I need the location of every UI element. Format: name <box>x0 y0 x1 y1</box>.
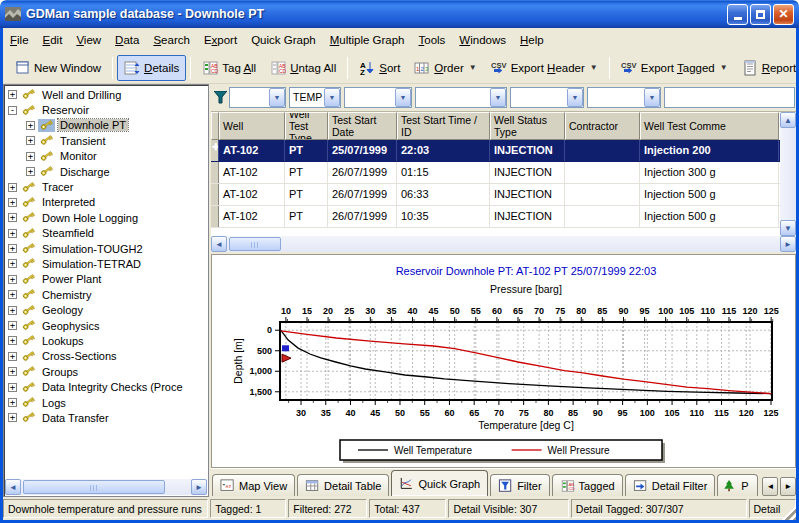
menu-item-view[interactable]: View <box>69 31 108 49</box>
filter-combo-2[interactable]: ▼ <box>344 87 412 108</box>
filter-combo-3[interactable]: ▼ <box>415 87 507 108</box>
expand-icon[interactable]: + <box>8 383 17 392</box>
tree-item-steamfield[interactable]: +Steamfield <box>4 226 208 241</box>
combo-dropdown-icon[interactable]: ▼ <box>269 88 285 107</box>
combo-dropdown-icon[interactable]: ▼ <box>395 88 411 107</box>
menu-item-search[interactable]: Search <box>146 31 196 49</box>
tree-item-simulation-tough2[interactable]: +Simulation-TOUGH2 <box>4 241 208 256</box>
scroll-left-icon[interactable]: ◄ <box>5 479 21 495</box>
tree-item-monitor[interactable]: +Monitor <box>4 149 208 164</box>
tab-tagged[interactable]: ABCDTagged <box>552 474 623 496</box>
column-header-well-test-type[interactable]: Well Test Type <box>285 112 328 140</box>
menu-item-windows[interactable]: Windows <box>452 31 513 49</box>
dropdown-arrow-icon[interactable]: ▼ <box>469 63 477 72</box>
close-button[interactable]: ✕ <box>773 4 794 25</box>
column-header-test-start-date[interactable]: Test Start Date <box>328 112 397 140</box>
grid-horizontal-scrollbar[interactable]: ◄ ► <box>211 236 796 252</box>
tree-horizontal-scrollbar[interactable]: ◄ ► <box>5 479 207 495</box>
filter-text-field[interactable] <box>664 87 795 108</box>
menu-item-multiple-graph[interactable]: Multiple Graph <box>323 31 412 49</box>
menu-item-quick-graph[interactable]: Quick Graph <box>244 31 323 49</box>
tree-item-chemistry[interactable]: +Chemistry <box>4 287 208 302</box>
menu-item-file[interactable]: File <box>3 31 36 49</box>
menu-item-edit[interactable]: Edit <box>36 31 70 49</box>
expand-icon[interactable]: + <box>8 352 17 361</box>
scroll-left-icon[interactable]: ◄ <box>211 236 227 252</box>
tree-item-groups[interactable]: +Groups <box>4 364 208 379</box>
menu-item-tools[interactable]: Tools <box>412 31 453 49</box>
tree-item-transient[interactable]: +Transient <box>4 133 208 148</box>
tree-item-reservoir[interactable]: -Reservoir <box>4 102 208 117</box>
tab-map-view[interactable]: ⁺ᴀᴛMap View <box>212 474 295 496</box>
filter-combo-4[interactable]: ▼ <box>510 87 584 108</box>
column-header-well-status-type[interactable]: Well Status Type <box>490 112 565 140</box>
dropdown-arrow-icon[interactable]: ▼ <box>720 63 728 72</box>
menu-item-data[interactable]: Data <box>108 31 146 49</box>
expand-icon[interactable]: + <box>8 183 17 192</box>
tree-item-data-integrity-checks-proce[interactable]: +Data Integrity Checks (Proce <box>4 379 208 394</box>
expand-icon[interactable]: + <box>26 152 35 161</box>
scroll-up-icon[interactable]: ▲ <box>780 112 796 128</box>
tab-quick-graph[interactable]: Quick Graph <box>391 470 488 496</box>
expand-icon[interactable]: + <box>8 244 17 253</box>
report-button[interactable]: Report <box>735 55 799 81</box>
expand-icon[interactable]: + <box>26 136 35 145</box>
table-row[interactable]: ✚AT-102PT25/07/199922:03INJECTIONInjecti… <box>211 140 796 162</box>
tab-scroll-right-icon[interactable]: ► <box>780 477 796 496</box>
expand-icon[interactable]: + <box>8 413 17 422</box>
tree-item-down-hole-logging[interactable]: +Down Hole Logging <box>4 210 208 225</box>
expand-icon[interactable]: + <box>8 336 17 345</box>
scroll-right-icon[interactable]: ► <box>780 236 796 252</box>
funnel-icon[interactable] <box>212 87 229 109</box>
expand-icon[interactable]: + <box>8 198 17 207</box>
table-row[interactable]: AT-102PT26/07/199906:33INJECTIONInjectio… <box>211 184 796 206</box>
tree-item-logs[interactable]: +Logs <box>4 395 208 410</box>
tree-item-interpreted[interactable]: +Interpreted <box>4 195 208 210</box>
tab-filter[interactable]: Filter <box>490 474 549 496</box>
export-tagged-button[interactable]: CSVExport Tagged▼ <box>614 55 735 81</box>
tree-item-tracer[interactable]: +Tracer <box>4 179 208 194</box>
table-row[interactable]: AT-102PT26/07/199901:15INJECTIONInjectio… <box>211 162 796 184</box>
scroll-right-icon[interactable]: ► <box>191 479 207 495</box>
resize-grip[interactable] <box>782 506 796 520</box>
combo-dropdown-icon[interactable]: ▼ <box>324 88 340 107</box>
tree-item-simulation-tetrad[interactable]: +Simulation-TETRAD <box>4 256 208 271</box>
tree-item-cross-sections[interactable]: +Cross-Sections <box>4 349 208 364</box>
expand-icon[interactable]: + <box>8 213 17 222</box>
tree-item-power-plant[interactable]: +Power Plant <box>4 272 208 287</box>
tab-detail-filter[interactable]: Detail Filter <box>625 474 716 496</box>
combo-dropdown-icon[interactable]: ▼ <box>567 88 583 107</box>
expand-icon[interactable]: + <box>8 275 17 284</box>
scroll-down-icon[interactable]: ▼ <box>780 220 796 236</box>
tab-detail-table[interactable]: Detail Table <box>297 474 389 496</box>
tree-item-data-transfer[interactable]: +Data Transfer <box>4 410 208 425</box>
export-header-button[interactable]: CSVExport Header▼ <box>484 55 605 81</box>
column-header-well[interactable]: Well <box>219 112 285 140</box>
filter-combo-0[interactable]: ▼ <box>229 87 286 108</box>
expand-icon[interactable]: + <box>8 398 17 407</box>
column-header-contractor[interactable]: Contractor <box>565 112 640 140</box>
collapse-icon[interactable]: - <box>8 106 17 115</box>
expand-icon[interactable]: + <box>26 167 35 176</box>
grid-vertical-scrollbar[interactable]: ▲ ▼ <box>780 112 796 236</box>
sort-button[interactable]: AZSort <box>352 55 407 81</box>
details-button[interactable]: Details <box>117 55 186 81</box>
table-row[interactable]: AT-102PT26/07/199910:35INJECTIONInjectio… <box>211 206 796 228</box>
expand-icon[interactable]: + <box>8 306 17 315</box>
tree-item-geology[interactable]: +Geology <box>4 302 208 317</box>
minimize-button[interactable] <box>727 4 748 25</box>
combo-dropdown-icon[interactable]: ▼ <box>644 88 660 107</box>
order-button[interactable]: 123Order▼ <box>407 55 483 81</box>
tag-all-button[interactable]: ABCDTag All <box>195 55 263 81</box>
column-header-test-start-time-id[interactable]: Test Start Time / ID <box>397 112 490 140</box>
column-header-well-test-comme[interactable]: Well Test Comme <box>640 112 779 140</box>
tree-item-discharge[interactable]: +Discharge <box>4 164 208 179</box>
tab-scroll-left-icon[interactable]: ◄ <box>762 477 778 496</box>
expand-icon[interactable]: + <box>26 121 35 130</box>
tree-item-lookups[interactable]: +Lookups <box>4 333 208 348</box>
filter-combo-5[interactable]: ▼ <box>587 87 661 108</box>
tree-item-well-and-drilling[interactable]: +Well and Drilling <box>4 87 208 102</box>
expand-icon[interactable]: + <box>8 90 17 99</box>
expand-icon[interactable]: + <box>8 321 17 330</box>
expand-icon[interactable]: + <box>8 229 17 238</box>
